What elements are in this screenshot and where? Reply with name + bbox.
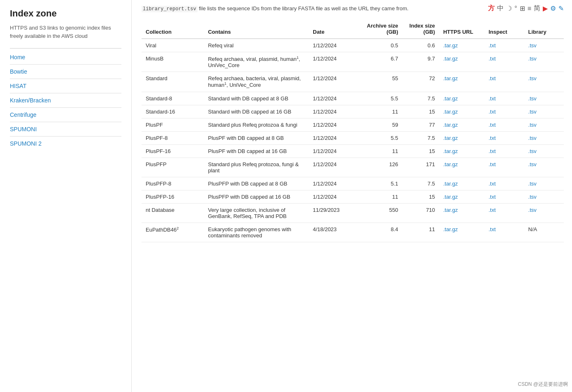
cell-inspect[interactable]: .txt	[484, 223, 524, 242]
inspect-link[interactable]: .txt	[488, 135, 495, 141]
inspect-link[interactable]: .txt	[488, 194, 495, 200]
toolbar-icon-6[interactable]: ≡	[528, 5, 531, 12]
cell-https-url[interactable]: .tar.gz	[439, 72, 484, 92]
https-url-link[interactable]: .tar.gz	[443, 42, 458, 49]
cell-https-url[interactable]: .tar.gz	[439, 105, 484, 118]
cell-https-url[interactable]: .tar.gz	[439, 144, 484, 158]
cell-library[interactable]: .tsv	[524, 190, 564, 203]
cell-library[interactable]: .tsv	[524, 105, 564, 118]
cell-library[interactable]: .tsv	[524, 52, 564, 72]
inspect-link[interactable]: .txt	[488, 161, 495, 167]
sidebar-link-bowtie[interactable]: Bowtie	[10, 66, 121, 77]
https-url-link[interactable]: .tar.gz	[443, 109, 458, 115]
https-url-link[interactable]: .tar.gz	[443, 207, 458, 213]
toolbar-icon-9[interactable]: ⚙	[550, 5, 556, 12]
library-link[interactable]: .tsv	[528, 42, 537, 49]
https-url-link[interactable]: .tar.gz	[443, 122, 458, 128]
library-link[interactable]: .tsv	[528, 135, 537, 141]
https-url-link[interactable]: .tar.gz	[443, 161, 458, 167]
library-link[interactable]: .tsv	[528, 148, 537, 154]
inspect-link[interactable]: .txt	[488, 42, 495, 49]
https-url-link[interactable]: .tar.gz	[443, 135, 458, 141]
toolbar-icon-4[interactable]: °	[514, 5, 517, 12]
cell-https-url[interactable]: .tar.gz	[439, 203, 484, 223]
library-link[interactable]: .tsv	[528, 75, 537, 81]
cell-inspect[interactable]: .txt	[484, 177, 524, 190]
cell-https-url[interactable]: .tar.gz	[439, 158, 484, 177]
sidebar-item-bowtie[interactable]: Bowtie	[10, 66, 121, 77]
https-url-link[interactable]: .tar.gz	[443, 56, 458, 62]
cell-library[interactable]: .tsv	[524, 39, 564, 52]
cell-inspect[interactable]: .txt	[484, 203, 524, 223]
sidebar-item-hisat[interactable]: HISAT	[10, 81, 121, 91]
cell-library[interactable]: .tsv	[524, 131, 564, 144]
cell-library[interactable]: .tsv	[524, 92, 564, 105]
cell-inspect[interactable]: .txt	[484, 131, 524, 144]
library-link[interactable]: .tsv	[528, 56, 537, 62]
toolbar-icon-2[interactable]: 中	[497, 4, 504, 13]
sidebar-item-kraken[interactable]: Kraken/Bracken	[10, 95, 121, 106]
cell-https-url[interactable]: .tar.gz	[439, 177, 484, 190]
cell-inspect[interactable]: .txt	[484, 105, 524, 118]
library-link[interactable]: .tsv	[528, 194, 537, 200]
sidebar-item-centrifuge[interactable]: Centrifuge	[10, 109, 121, 120]
sidebar-link-spumoni[interactable]: SPUMONI	[10, 124, 121, 135]
cell-https-url[interactable]: .tar.gz	[439, 223, 484, 242]
cell-https-url[interactable]: .tar.gz	[439, 131, 484, 144]
https-url-link[interactable]: .tar.gz	[443, 181, 458, 187]
cell-library[interactable]: .tsv	[524, 158, 564, 177]
sidebar-item-spumoni[interactable]: SPUMONI	[10, 124, 121, 135]
https-url-link[interactable]: .tar.gz	[443, 95, 458, 102]
toolbar-icon-3[interactable]: ☽	[506, 5, 512, 12]
sidebar-link-centrifuge[interactable]: Centrifuge	[10, 109, 121, 120]
inspect-link[interactable]: .txt	[488, 226, 495, 232]
cell-https-url[interactable]: .tar.gz	[439, 39, 484, 52]
inspect-link[interactable]: .txt	[488, 181, 495, 187]
toolbar-icon-10[interactable]: ✎	[558, 5, 564, 12]
sidebar-link-hisat[interactable]: HISAT	[10, 81, 121, 91]
library-link[interactable]: .tsv	[528, 122, 537, 128]
cell-inspect[interactable]: .txt	[484, 158, 524, 177]
library-link[interactable]: .tsv	[528, 181, 537, 187]
cell-inspect[interactable]: .txt	[484, 52, 524, 72]
toolbar-icon-7[interactable]: 简	[534, 4, 540, 13]
cell-library[interactable]: .tsv	[524, 144, 564, 158]
cell-library[interactable]: .tsv	[524, 203, 564, 223]
cell-https-url[interactable]: .tar.gz	[439, 52, 484, 72]
library-link[interactable]: .tsv	[528, 109, 537, 115]
inspect-link[interactable]: .txt	[488, 95, 495, 102]
cell-inspect[interactable]: .txt	[484, 190, 524, 203]
toolbar-icon-8[interactable]: ▶	[543, 5, 548, 12]
cell-library[interactable]: .tsv	[524, 118, 564, 131]
cell-https-url[interactable]: .tar.gz	[439, 92, 484, 105]
inspect-link[interactable]: .txt	[488, 75, 495, 81]
sidebar-link-kraken[interactable]: Kraken/Bracken	[10, 95, 121, 106]
cell-inspect[interactable]: .txt	[484, 39, 524, 52]
sidebar-link-home[interactable]: Home	[10, 52, 121, 63]
cell-https-url[interactable]: .tar.gz	[439, 190, 484, 203]
https-url-link[interactable]: .tar.gz	[443, 148, 458, 154]
library-link[interactable]: .tsv	[528, 95, 537, 102]
inspect-link[interactable]: .txt	[488, 56, 495, 62]
toolbar-icon-1[interactable]: 方	[488, 4, 495, 13]
sidebar-item-spumoni2[interactable]: SPUMONI 2	[10, 138, 121, 149]
cell-library[interactable]: .tsv	[524, 177, 564, 190]
inspect-link[interactable]: .txt	[488, 148, 495, 154]
inspect-link[interactable]: .txt	[488, 109, 495, 115]
sidebar-link-spumoni2[interactable]: SPUMONI 2	[10, 138, 121, 149]
https-url-link[interactable]: .tar.gz	[443, 194, 458, 200]
https-url-link[interactable]: .tar.gz	[443, 226, 458, 232]
cell-library[interactable]: .tsv	[524, 72, 564, 92]
sidebar-item-home[interactable]: Home	[10, 52, 121, 63]
https-url-link[interactable]: .tar.gz	[443, 75, 458, 81]
cell-inspect[interactable]: .txt	[484, 72, 524, 92]
cell-https-url[interactable]: .tar.gz	[439, 118, 484, 131]
inspect-link[interactable]: .txt	[488, 207, 495, 213]
cell-inspect[interactable]: .txt	[484, 144, 524, 158]
library-link[interactable]: .tsv	[528, 207, 537, 213]
inspect-link[interactable]: .txt	[488, 122, 495, 128]
library-link[interactable]: .tsv	[528, 161, 537, 167]
toolbar-icon-5[interactable]: ⊞	[520, 5, 525, 12]
cell-inspect[interactable]: .txt	[484, 92, 524, 105]
cell-inspect[interactable]: .txt	[484, 118, 524, 131]
